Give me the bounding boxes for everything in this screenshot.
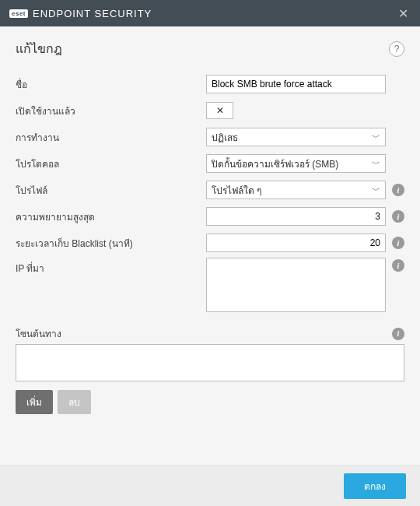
max-attempts-label: ความพยายามสูงสุด	[16, 209, 206, 224]
info-icon[interactable]: i	[392, 259, 404, 272]
action-select[interactable]: ปฏิเสธ ﹀	[206, 128, 386, 146]
dialog-footer: ตกลง	[0, 466, 420, 506]
info-icon[interactable]: i	[392, 210, 404, 223]
name-input[interactable]	[206, 75, 386, 93]
max-attempts-input[interactable]	[206, 207, 386, 226]
protocol-select[interactable]: ปิดกั้นข้อความเซิร์ฟเวอร์ (SMB) ﹀	[206, 154, 386, 173]
page-title: แก้ไขกฎ	[16, 39, 62, 58]
info-icon[interactable]: i	[392, 328, 404, 340]
add-button[interactable]: เพิ่ม	[16, 390, 53, 414]
close-icon[interactable]: ✕	[394, 6, 412, 21]
action-value: ปฏิเสธ	[212, 130, 238, 145]
protocol-value: ปิดกั้นข้อความเซิร์ฟเวอร์ (SMB)	[212, 156, 338, 171]
action-label: การทำงาน	[16, 130, 206, 145]
blacklist-label: ระยะเวลาเก็บ Blacklist (นาที)	[16, 236, 206, 251]
protocol-label: โปรโตคอล	[16, 156, 206, 171]
close-icon: ✕	[216, 105, 224, 116]
info-icon[interactable]: i	[392, 237, 404, 249]
blacklist-input[interactable]	[206, 234, 386, 252]
brand: eset ENDPOINT SECURITY	[9, 8, 152, 19]
chevron-down-icon: ﹀	[372, 132, 380, 143]
delete-button: ลบ	[58, 390, 91, 414]
titlebar: eset ENDPOINT SECURITY ✕	[0, 0, 420, 26]
enabled-toggle[interactable]: ✕	[206, 102, 233, 119]
profile-select[interactable]: โปรไฟล์ใด ๆ ﹀	[206, 181, 386, 199]
source-zone-label: โซนต้นทาง	[16, 326, 69, 341]
chevron-down-icon: ﹀	[372, 184, 380, 196]
rule-form: ชื่อ เปิดใช้งานแล้ว ✕ การทำงาน ปฏิเสธ ﹀ …	[0, 68, 420, 419]
help-button[interactable]: ?	[389, 41, 404, 57]
profile-label: โปรไฟล์	[16, 183, 206, 198]
ok-button[interactable]: ตกลง	[344, 473, 406, 499]
enabled-label: เปิดใช้งานแล้ว	[16, 104, 206, 118]
source-ip-label: IP ที่มา	[16, 258, 206, 276]
name-label: ชื่อ	[16, 77, 206, 92]
source-zone-input[interactable]	[16, 344, 404, 381]
eset-logo: eset	[9, 9, 28, 18]
page-header: แก้ไขกฎ ?	[0, 26, 420, 68]
profile-value: โปรไฟล์ใด ๆ	[212, 183, 261, 198]
chevron-down-icon: ﹀	[372, 158, 380, 170]
info-icon[interactable]: i	[392, 184, 404, 196]
product-name: ENDPOINT SECURITY	[33, 8, 152, 19]
source-ip-input[interactable]	[206, 258, 386, 312]
